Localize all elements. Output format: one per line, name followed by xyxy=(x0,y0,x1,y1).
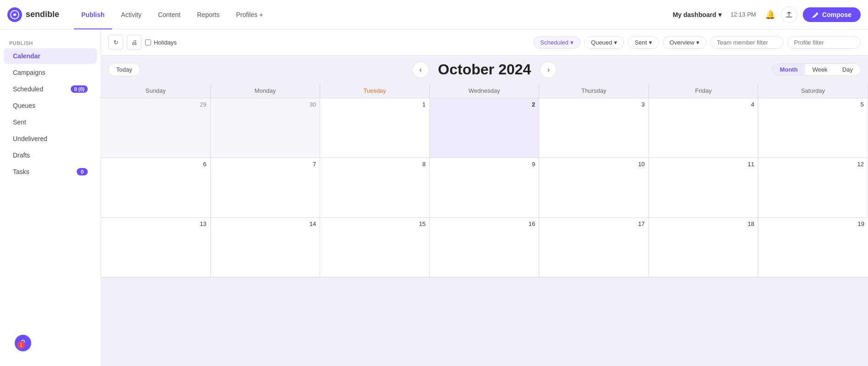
print-icon: 🖨 xyxy=(131,39,137,46)
cal-cell-2-6[interactable]: 19 xyxy=(758,218,868,277)
day-header-wednesday: Wednesday xyxy=(430,84,540,98)
refresh-icon: ↻ xyxy=(113,39,118,46)
day-header-friday: Friday xyxy=(649,84,759,98)
calendar-title: October 2024 xyxy=(438,61,531,78)
day-number-0-4: 3 xyxy=(543,101,645,108)
nav-activity[interactable]: Activity xyxy=(114,7,149,22)
overview-chevron-icon: ▾ xyxy=(696,39,699,46)
day-number-1-2: 8 xyxy=(324,161,426,168)
cal-cell-1-1[interactable]: 7 xyxy=(211,158,321,218)
day-number-1-3: 9 xyxy=(434,161,535,168)
holidays-checkbox-label[interactable]: Holidays xyxy=(145,39,177,46)
cal-cell-0-4[interactable]: 3 xyxy=(539,98,649,158)
sidebar-section-label: PUBLISH xyxy=(0,37,101,48)
cal-cell-0-0[interactable]: 29 xyxy=(101,98,211,158)
day-number-1-4: 10 xyxy=(543,161,645,168)
cal-cell-0-2[interactable]: 1 xyxy=(320,98,430,158)
cal-cell-1-4[interactable]: 10 xyxy=(539,158,649,218)
day-header-sunday: Sunday xyxy=(101,84,211,98)
sent-chevron-icon: ▾ xyxy=(649,39,652,46)
upload-button[interactable] xyxy=(781,6,797,23)
prev-month-button[interactable]: ‹ xyxy=(412,62,429,78)
today-button[interactable]: Today xyxy=(108,63,140,76)
calendar-header: Today ‹ October 2024 › Month Week Day xyxy=(101,56,868,84)
day-header-saturday: Saturday xyxy=(758,84,868,98)
team-member-filter-input[interactable] xyxy=(710,36,783,49)
dashboard-label[interactable]: My dashboard ▾ xyxy=(673,11,721,18)
week-view-button[interactable]: Week xyxy=(805,64,835,75)
cal-cell-1-0[interactable]: 6 xyxy=(101,158,211,218)
nav-links: Publish Activity Content Reports Profile… xyxy=(74,7,673,22)
view-toggle: Month Week Day xyxy=(772,63,861,76)
sidebar-item-tasks[interactable]: Tasks 0 xyxy=(4,164,97,180)
sidebar-item-drafts[interactable]: Drafts xyxy=(4,147,97,163)
scheduled-filter-button[interactable]: Scheduled ▾ xyxy=(533,36,580,49)
cal-cell-1-6[interactable]: 12 xyxy=(758,158,868,218)
queued-filter-button[interactable]: Queued ▾ xyxy=(584,36,624,49)
refresh-button[interactable]: ↻ xyxy=(108,35,123,50)
cal-cell-1-3[interactable]: 9 xyxy=(430,158,540,218)
day-header-monday: Monday xyxy=(211,84,321,98)
day-number-2-6: 19 xyxy=(762,220,864,227)
sidebar-item-sent[interactable]: Sent xyxy=(4,114,97,130)
print-button[interactable]: 🖨 xyxy=(127,35,141,50)
next-icon: › xyxy=(547,66,550,74)
day-number-1-1: 7 xyxy=(214,161,316,168)
sidebar-item-queues[interactable]: Queues xyxy=(4,98,97,113)
day-number-2-2: 15 xyxy=(324,220,426,227)
cal-cell-0-5[interactable]: 4 xyxy=(649,98,759,158)
day-number-2-5: 18 xyxy=(653,220,755,227)
nav-publish[interactable]: Publish xyxy=(74,7,112,22)
cal-cell-1-2[interactable]: 8 xyxy=(320,158,430,218)
bell-icon[interactable]: 🔔 xyxy=(765,10,775,20)
overview-filter-button[interactable]: Overview ▾ xyxy=(663,36,706,49)
toolbar: ↻ 🖨 Holidays Scheduled ▾ Queued ▾ Sent ▾ xyxy=(101,29,868,56)
day-number-1-0: 6 xyxy=(105,161,207,168)
day-number-0-6: 5 xyxy=(762,101,864,108)
day-number-0-5: 4 xyxy=(653,101,755,108)
day-header-tuesday: Tuesday xyxy=(320,84,430,98)
sidebar-item-undelivered[interactable]: Undelivered xyxy=(4,131,97,146)
time-display: 12:13 PM xyxy=(731,11,756,18)
tasks-badge: 0 xyxy=(77,168,88,175)
cal-cell-0-1[interactable]: 30 xyxy=(211,98,321,158)
day-number-1-5: 11 xyxy=(653,161,755,168)
sent-filter-button[interactable]: Sent ▾ xyxy=(628,36,659,49)
cal-cell-1-5[interactable]: 11 xyxy=(649,158,759,218)
cal-cell-2-3[interactable]: 16 xyxy=(430,218,540,277)
day-view-button[interactable]: Day xyxy=(835,64,860,75)
sidebar: PUBLISH Calendar Campaigns Scheduled 0 (… xyxy=(0,29,101,366)
cal-cell-2-2[interactable]: 15 xyxy=(320,218,430,277)
month-view-button[interactable]: Month xyxy=(772,64,805,75)
sidebar-item-scheduled[interactable]: Scheduled 0 (0) xyxy=(4,81,97,97)
nav-content[interactable]: Content xyxy=(151,7,188,22)
day-number-0-1: 30 xyxy=(214,101,316,108)
logo-area: sendible xyxy=(7,7,59,22)
cal-cell-0-6[interactable]: 5 xyxy=(758,98,868,158)
nav-reports[interactable]: Reports xyxy=(190,7,227,22)
profile-filter-input[interactable] xyxy=(787,36,861,49)
day-number-1-6: 12 xyxy=(762,161,864,168)
compose-button[interactable]: Compose xyxy=(803,7,861,22)
calendar-grid: Sunday Monday Tuesday Wednesday Thursday… xyxy=(101,84,868,366)
day-number-2-1: 14 xyxy=(214,220,316,227)
prev-icon: ‹ xyxy=(419,66,422,74)
cal-cell-2-4[interactable]: 17 xyxy=(539,218,649,277)
cal-cell-0-3[interactable]: 2 xyxy=(430,98,540,158)
top-nav: sendible Publish Activity Content Report… xyxy=(0,0,868,29)
sidebar-item-calendar[interactable]: Calendar xyxy=(4,48,97,64)
day-header-thursday: Thursday xyxy=(539,84,649,98)
nav-profiles[interactable]: Profiles + xyxy=(229,7,271,22)
calendar-body: 293012345678910111213141516171819 xyxy=(101,98,868,277)
sidebar-item-campaigns[interactable]: Campaigns xyxy=(4,65,97,80)
day-headers-row: Sunday Monday Tuesday Wednesday Thursday… xyxy=(101,84,868,98)
cal-cell-2-5[interactable]: 18 xyxy=(649,218,759,277)
help-button-wrapper: ? 1 xyxy=(7,342,24,359)
holidays-checkbox[interactable] xyxy=(145,39,151,45)
cal-cell-2-1[interactable]: 14 xyxy=(211,218,321,277)
day-number-0-3: 2 xyxy=(434,101,535,108)
day-number-0-2: 1 xyxy=(324,101,426,108)
next-month-button[interactable]: › xyxy=(540,62,557,78)
cal-cell-2-0[interactable]: 13 xyxy=(101,218,211,277)
day-number-2-4: 17 xyxy=(543,220,645,227)
